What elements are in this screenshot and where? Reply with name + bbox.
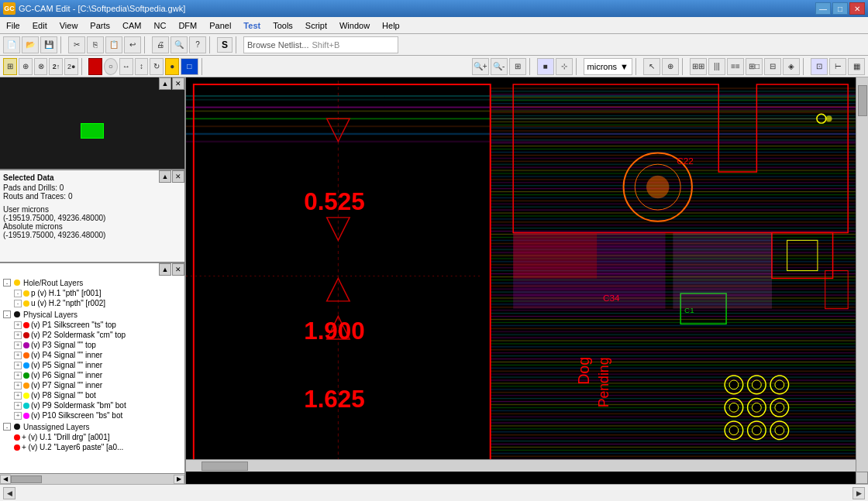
open-button[interactable]: 📂 xyxy=(22,36,39,53)
info-close[interactable]: ✕ xyxy=(172,170,184,183)
menu-window[interactable]: Window xyxy=(333,17,376,33)
menu-parts[interactable]: Parts xyxy=(84,17,116,33)
list-item[interactable]: + (v) P6 Signal "" inner xyxy=(14,370,181,380)
view-btn5[interactable]: 2● xyxy=(64,58,78,75)
layer-expand[interactable]: + xyxy=(14,321,22,329)
list-item[interactable]: + (v) P2 Soldermask "cm" top xyxy=(14,330,181,340)
view-btn1[interactable]: ⊞ xyxy=(3,58,17,75)
menu-view[interactable]: View xyxy=(53,17,84,33)
view-btn4[interactable]: 2↑ xyxy=(49,58,63,75)
zoom-button[interactable]: 🔍 xyxy=(170,36,188,53)
scroll-thumb-h[interactable] xyxy=(202,462,248,471)
view7-btn[interactable]: ◈ xyxy=(783,58,800,75)
layer-expand[interactable]: + xyxy=(14,331,22,339)
scroll-thumb[interactable] xyxy=(11,475,42,483)
list-item[interactable]: + (v) P10 Silkscreen "bs" bot xyxy=(14,410,181,420)
snap-btn[interactable]: ■ xyxy=(537,58,554,75)
copy-button[interactable]: ⎘ xyxy=(87,36,104,53)
view3-btn[interactable]: ||| xyxy=(708,58,725,75)
scroll-left-btn[interactable]: ◀ xyxy=(0,475,11,484)
list-item[interactable]: + (v) P1 Silkscreen "ts" top xyxy=(14,320,181,330)
list-item[interactable]: + (v) U.2 "Layer6 paste" [a0... xyxy=(14,442,181,452)
physical-layers-header[interactable]: - Physical Layers xyxy=(3,309,181,320)
cut-button[interactable]: ✂ xyxy=(68,36,85,53)
layer-expand[interactable]: + xyxy=(14,392,22,400)
layer-expand[interactable]: + xyxy=(14,352,22,359)
menu-cam[interactable]: CAM xyxy=(116,17,147,33)
s-button[interactable]: S xyxy=(217,37,232,53)
menu-dfm[interactable]: DFM xyxy=(172,17,203,33)
help2-button[interactable]: ? xyxy=(189,36,206,53)
list-item[interactable]: - p (v) H.1 "pth" [r001] xyxy=(14,288,181,298)
rotate[interactable]: ↻ xyxy=(150,58,164,75)
zoom-fit[interactable]: ⊞ xyxy=(509,58,526,75)
unassigned-toggle[interactable]: - xyxy=(3,423,11,431)
list-item[interactable]: + (v) P5 Signal "" inner xyxy=(14,360,181,370)
paste-button[interactable]: 📋 xyxy=(105,36,122,53)
canvas-scrollbar-v[interactable] xyxy=(856,77,868,472)
preview-scroll-up[interactable]: ▲ xyxy=(159,77,171,90)
status-scroll-right[interactable]: ▶ xyxy=(852,487,865,499)
zoom-out[interactable]: 🔍- xyxy=(491,58,508,75)
scroll-thumb-v[interactable] xyxy=(858,85,867,116)
maximize-button[interactable]: □ xyxy=(832,2,848,15)
scroll-right-btn[interactable]: ▶ xyxy=(174,475,184,484)
cursor-btn[interactable]: ↖ xyxy=(643,58,660,75)
hole-rout-toggle[interactable]: - xyxy=(3,279,11,287)
layer-scrollbar-h[interactable]: ◀ ▶ xyxy=(0,473,184,484)
menu-script[interactable]: Script xyxy=(299,17,333,33)
list-item[interactable]: + (v) P3 Signal "" top xyxy=(14,340,181,350)
preview-close[interactable]: ✕ xyxy=(172,77,184,90)
menu-tools[interactable]: Tools xyxy=(267,17,299,33)
view-btn3[interactable]: ⊗ xyxy=(34,58,48,75)
sel1-btn[interactable]: ⊡ xyxy=(811,58,828,75)
layer-expand[interactable]: + xyxy=(14,362,22,369)
list-item[interactable]: + (v) U.1 "Drill drg" [a001] xyxy=(14,432,181,442)
minimize-button[interactable]: — xyxy=(815,2,831,15)
view6-btn[interactable]: ⊟ xyxy=(764,58,781,75)
list-item[interactable]: + (v) P7 Signal "" inner xyxy=(14,380,181,390)
flip-h[interactable]: ↔ xyxy=(119,58,133,75)
color-circle[interactable]: ○ xyxy=(104,58,118,75)
save-button[interactable]: 💾 xyxy=(40,36,57,53)
physical-toggle[interactable]: - xyxy=(3,311,11,318)
layer-expand[interactable]: + xyxy=(14,382,22,389)
menu-test[interactable]: Test xyxy=(237,17,267,33)
unassigned-header[interactable]: - Unassigned Layers xyxy=(3,421,181,432)
layer-expand[interactable]: + xyxy=(14,412,22,420)
menu-panel[interactable]: Panel xyxy=(203,17,237,33)
list-item[interactable]: + (v) P8 Signal "" bot xyxy=(14,390,181,400)
view5-btn[interactable]: ⊞□ xyxy=(746,58,763,75)
zoom-in[interactable]: 🔍+ xyxy=(472,58,489,75)
list-item[interactable]: + (v) P4 Signal "" inner xyxy=(14,350,181,360)
layer-expand[interactable]: + xyxy=(14,402,22,410)
layer-close[interactable]: ✕ xyxy=(172,263,184,276)
status-scroll-left[interactable]: ◀ xyxy=(3,487,16,499)
sel2-btn[interactable]: ⊢ xyxy=(829,58,846,75)
menu-help[interactable]: Help xyxy=(376,17,406,33)
close-button[interactable]: ✕ xyxy=(849,2,865,15)
menu-edit[interactable]: Edit xyxy=(26,17,53,33)
list-item[interactable]: + (v) P9 Soldermask "bm" bot xyxy=(14,400,181,410)
units-dropdown[interactable]: microns ▼ xyxy=(584,58,632,75)
layer-expand[interactable]: + xyxy=(14,372,22,379)
layer-scroll-up[interactable]: ▲ xyxy=(159,263,171,276)
view4-btn[interactable]: ≡≡ xyxy=(727,58,744,75)
grid-btn[interactable]: ⊹ xyxy=(556,58,573,75)
color-red[interactable] xyxy=(88,58,102,75)
grid2-btn[interactable]: ⊞⊞ xyxy=(690,58,707,75)
new-button[interactable]: 📄 xyxy=(3,36,20,53)
info-scroll-up[interactable]: ▲ xyxy=(159,170,171,183)
layer-expand[interactable]: - xyxy=(14,290,22,297)
view-extra1[interactable]: □ xyxy=(181,58,198,75)
print-button[interactable]: 🖨 xyxy=(152,36,169,53)
canvas-scrollbar-h[interactable] xyxy=(186,459,856,472)
menu-file[interactable]: File xyxy=(0,17,26,33)
list-item[interactable]: - u (v) H.2 "npth" [r002] xyxy=(14,298,181,308)
undo-button[interactable]: ↩ xyxy=(124,36,141,53)
layer-expand[interactable]: - xyxy=(14,300,22,307)
menu-nc[interactable]: NC xyxy=(148,17,173,33)
flip-v[interactable]: ↕ xyxy=(135,58,149,75)
sel3-btn[interactable]: ▦ xyxy=(848,58,865,75)
hole-rout-header[interactable]: - Hole/Rout Layers xyxy=(3,277,181,288)
